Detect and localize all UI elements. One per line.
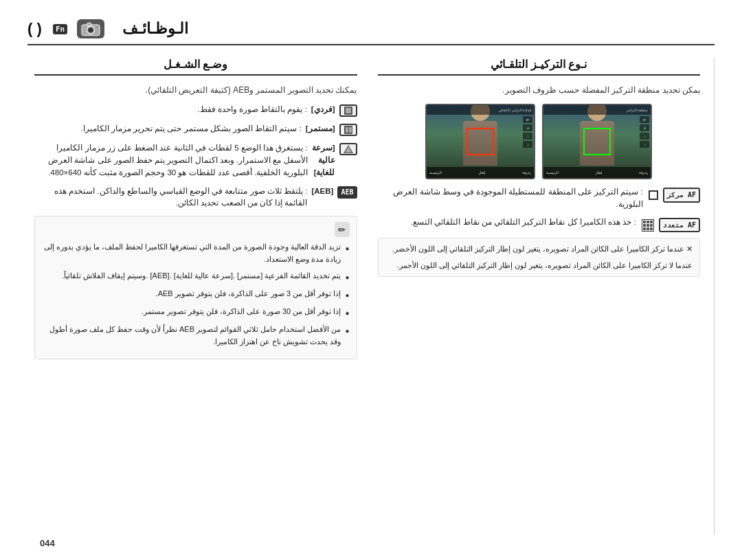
af-center-item: AF مركز : سيتم التركيز على المنطقة للمست… [378, 186, 701, 211]
note-text-4: من الأفضل استخدام حامل ثلاثي القوائم لتص… [42, 324, 341, 348]
single-mode-item: [فردي] : يقوم بالتقاط صورة واحدة فقط. [34, 104, 357, 117]
notes-header: ✏ [42, 222, 350, 237]
camera-screen-af-center: منطقة التركيز AF ⊞ □ ◇ زخرفة إطار الرئيس… [542, 104, 652, 179]
autofocus-title: نـوع التركيـز التلقـائي [378, 58, 701, 76]
af-warning-text1: ✕ عندما تركز الكاميرا على الكائن المراد … [385, 243, 693, 256]
note-item-4: ● من الأفضل استخدام حامل ثلاثي القوائم ل… [42, 324, 350, 348]
notes-box: ✏ ● تزيد الدقة العالية وجودة الصورة من ا… [34, 216, 357, 359]
aeb-icon: AEB [337, 186, 357, 199]
continuous-mode-label: [مستمر] [306, 123, 335, 135]
af-center-icon: AF مركز [647, 188, 700, 203]
af-multi-text: : خذ هذه الكاميرا كل نقاط التركيز التلقا… [411, 216, 636, 229]
autofocus-section: نـوع التركيـز التلقـائي يمكن تحديد منطقة… [378, 58, 715, 535]
autofocus-subtitle: يمكن تحديد منطقة التركيز المفضلة حسب ظرو… [378, 84, 701, 97]
shooting-mode-subtitle: يمكنك تحديد التصوير المستمر وAEB (كثيفة … [34, 84, 357, 97]
af-warning-box: ✕ عندما تركز الكاميرا على الكائن المراد … [378, 238, 701, 276]
af-center-badge: AF مركز [663, 188, 700, 203]
paren-label: ( ) [27, 20, 46, 38]
continuous-mode-icon [339, 124, 357, 136]
high-speed-mode-item: [سرعة عالية للغاية] : يستغرق هذا الوضع 5… [34, 142, 357, 179]
camera-screens: منطقة التركيز AF ⊞ □ ◇ زخرفة إطار الرئيس… [378, 104, 701, 179]
af-multi-grid-icon [642, 219, 654, 232]
note-text-2: إذا توفر أقل من 3 صور على الذاكرة، فلن ي… [156, 288, 341, 300]
note-item-2: ● إذا توفر أقل من 3 صور على الذاكرة، فلن… [42, 288, 350, 301]
af-warning-text2: عندما لا تركز الكاميرا على الكائن المراد… [385, 259, 693, 272]
svg-rect-4 [95, 26, 98, 28]
single-mode-text: : يقوم بالتقاط صورة واحدة فقط. [197, 104, 306, 116]
svg-rect-6 [346, 108, 351, 113]
page-title: الـوظـائـف Fn ( ) [27, 19, 188, 38]
af-center-text: : سيتم التركيز على المنطقة للمستطيلة الم… [378, 186, 643, 211]
af-multi-badge: AF متعدد [659, 218, 700, 233]
camera-fn-icon [77, 19, 104, 38]
note-item-0: ● تزيد الدقة العالية وجودة الصورة من الم… [42, 241, 350, 265]
pencil-icon: ✏ [335, 222, 350, 237]
af-multi-icon: AF متعدد [640, 218, 700, 233]
page-number: 044 [34, 537, 60, 550]
continuous-mode-item: [مستمر] : سيتم التقاط الصور بشكل مستمر ح… [34, 123, 357, 136]
continuous-mode-text: : سيتم التقاط الصور بشكل مستمر حتى يتم ت… [80, 123, 301, 135]
af-center-box-icon [649, 190, 658, 200]
shooting-mode-section: وضـع الشـغـل يمكنك تحديد التصوير المستمر… [27, 58, 357, 535]
camera-screen-af-multi: إضاءة التركيز التلقائي AF ⊞ □ ◇ زخرفة إط… [425, 104, 535, 179]
title-text: الـوظـائـف [122, 20, 188, 38]
focus-box-green [583, 128, 611, 155]
aeb-label: [AEB] [311, 186, 333, 198]
svg-rect-3 [87, 23, 91, 25]
svg-rect-9 [349, 127, 352, 133]
page-header: الـوظـائـف Fn ( ) [27, 14, 715, 45]
main-content: نـوع التركيـز التلقـائي يمكن تحديد منطقة… [27, 58, 715, 535]
note-text-0: تزيد الدقة العالية وجودة الصورة من المدة… [42, 241, 341, 265]
single-mode-label: [فردي] [311, 104, 335, 116]
notes-list: ● تزيد الدقة العالية وجودة الصورة من الم… [42, 241, 350, 348]
fn-label: Fn [53, 24, 67, 34]
high-speed-text: : يستغرق هذا الوضع 5 لقطات في الثانية عن… [34, 142, 308, 179]
af-multi-item: AF متعدد : خذ هذه الكاميرا كل نقاط الترك… [378, 216, 701, 233]
note-text-3: إذا توفر أقل من 30 صورة على الذاكرة، فلن… [142, 306, 341, 318]
aeb-mode-item: AEB [AEB] : يلتقط ثلاث صور متتابعة في ال… [34, 186, 357, 210]
note-text-1: يتم تخديد القائمة الفرعية [مستمر] .[سرعة… [62, 270, 341, 282]
focus-box-red [466, 128, 494, 155]
note-item-3: ● إذا توفر أقل من 30 صورة على الذاكرة، ف… [42, 306, 350, 319]
page: الـوظـائـف Fn ( ) نـوع التركيـز التلقـائ… [0, 0, 742, 560]
svg-rect-8 [346, 127, 348, 133]
aeb-text: : يلتقط ثلاث صور متتابعة في الوضع القياس… [34, 186, 307, 210]
shooting-mode-title: وضـع الشـغـل [34, 58, 357, 76]
single-mode-icon [339, 104, 357, 117]
note-item-1: ● يتم تخديد القائمة الفرعية [مستمر] .[سر… [42, 270, 350, 283]
high-speed-label: [سرعة عالية للغاية] [312, 142, 335, 179]
svg-point-2 [89, 28, 93, 32]
high-speed-icon [339, 143, 357, 155]
